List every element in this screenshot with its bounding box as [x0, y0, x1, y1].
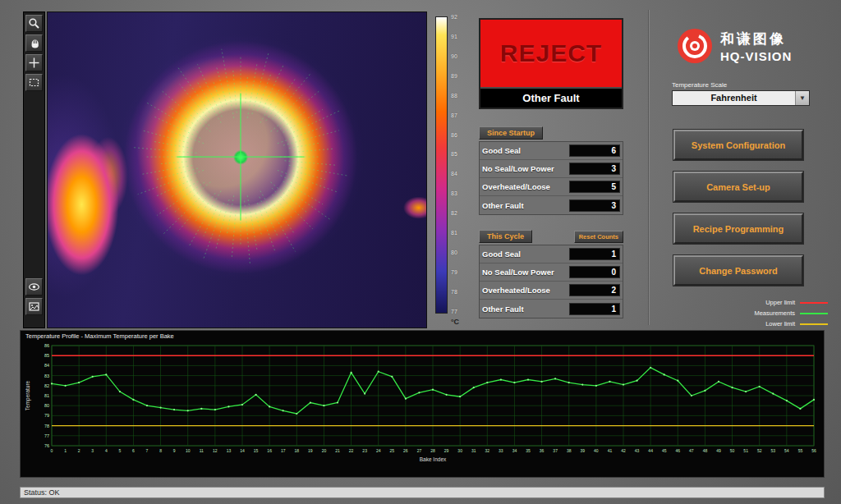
vertical-divider	[648, 10, 650, 325]
counter-value: 1	[569, 303, 620, 315]
crosshair-tool-button[interactable]	[25, 54, 43, 71]
brand-name-cn: 和谦图像	[720, 30, 792, 48]
result-fault-text: Other Fault	[480, 87, 622, 108]
since-startup-title: Since Startup	[479, 126, 543, 140]
svg-text:2: 2	[78, 448, 80, 453]
svg-text:39: 39	[581, 448, 586, 453]
svg-text:6: 6	[132, 448, 135, 453]
crosshair-icon	[28, 57, 40, 69]
svg-text:16: 16	[267, 448, 272, 453]
svg-text:30: 30	[457, 448, 462, 453]
tool-strip-spacer	[24, 94, 44, 276]
counter-value: 5	[569, 181, 620, 193]
svg-text:3: 3	[91, 448, 94, 453]
brand-name-en: HQ-VISION	[720, 49, 792, 63]
eye-icon	[28, 281, 40, 293]
counter-label: Good Seal	[482, 146, 521, 155]
temperature-scale-dropdown[interactable]: Fahrenheit ▼	[672, 90, 810, 106]
counter-value: 6	[569, 144, 620, 157]
counter-label: Other Fault	[482, 305, 524, 314]
this-cycle-panel: This Cycle Reset Counts Good Seal 1 No S…	[479, 228, 623, 318]
svg-text:76: 76	[44, 443, 49, 448]
svg-text:49: 49	[716, 448, 721, 453]
svg-text:17: 17	[281, 448, 286, 453]
legend-label: Lower limit	[765, 320, 795, 328]
svg-text:37: 37	[553, 448, 558, 453]
svg-text:20: 20	[322, 448, 327, 453]
svg-text:24: 24	[376, 448, 381, 453]
hand-icon	[28, 37, 40, 49]
counter-label: Overheated/Loose	[482, 182, 550, 191]
counter-row-other-fault: Other Fault 3	[480, 196, 623, 214]
counter-label: No Seal/Low Power	[482, 164, 554, 173]
svg-text:78: 78	[44, 424, 49, 428]
counter-row-good-seal: Good Seal 1	[480, 245, 623, 263]
svg-text:36: 36	[540, 448, 545, 453]
svg-text:8: 8	[159, 448, 162, 453]
svg-text:85: 85	[44, 353, 49, 358]
counter-value: 3	[569, 199, 620, 212]
svg-text:80: 80	[44, 403, 49, 408]
svg-text:83: 83	[44, 373, 49, 378]
svg-text:41: 41	[608, 448, 613, 453]
zoom-tool-button[interactable]	[25, 15, 43, 32]
inspection-result-banner: REJECT Other Fault	[479, 18, 623, 109]
counter-value: 2	[569, 284, 620, 296]
legend-item-lower-limit: Lower limit	[728, 318, 828, 329]
display-options-button[interactable]	[25, 278, 43, 296]
chart-title: Temperature Profile - Maximum Temperatur…	[25, 332, 174, 340]
svg-text:9: 9	[173, 448, 176, 453]
counter-row-good-seal: Good Seal 6	[480, 142, 623, 160]
svg-text:Bake Index: Bake Index	[420, 456, 447, 462]
svg-text:33: 33	[499, 448, 503, 453]
system-configuration-button[interactable]: System Configuration	[673, 130, 803, 160]
svg-text:84: 84	[44, 363, 49, 368]
svg-text:31: 31	[471, 448, 476, 453]
counter-label: Other Fault	[482, 201, 524, 210]
pan-tool-button[interactable]	[25, 34, 43, 52]
counter-label: Overheated/Loose	[482, 286, 550, 295]
svg-text:46: 46	[676, 448, 681, 453]
hq-vision-logo-icon	[677, 28, 713, 64]
snapshot-button[interactable]	[25, 298, 43, 315]
legend-label: Upper limit	[765, 299, 795, 306]
svg-text:81: 81	[44, 393, 49, 398]
counter-row-other-fault: Other Fault 1	[480, 300, 623, 318]
image-tool-strip	[23, 11, 45, 328]
svg-text:Temperature: Temperature	[25, 380, 31, 410]
counter-row-no-seal: No Seal/Low Power 0	[480, 263, 623, 282]
svg-text:40: 40	[594, 448, 599, 453]
temperature-profile-plot: 0123456789101112131415161718192021222324…	[22, 341, 822, 475]
svg-text:15: 15	[254, 448, 259, 453]
chart-legend: Upper limit Measurements Lower limit	[728, 297, 828, 329]
status-bar: Status: OK	[20, 487, 825, 498]
svg-text:52: 52	[757, 448, 762, 453]
counter-row-overheated: Overheated/Loose 5	[480, 178, 623, 196]
status-text: Status: OK	[24, 488, 60, 497]
legend-item-upper-limit: Upper limit	[728, 297, 828, 308]
since-startup-table: Good Seal 6 No Seal/Low Power 3 Overheat…	[479, 141, 623, 215]
svg-text:34: 34	[512, 448, 517, 453]
svg-text:54: 54	[784, 448, 789, 453]
chevron-down-icon[interactable]: ▼	[795, 91, 809, 105]
this-cycle-title: This Cycle	[479, 230, 532, 243]
thermal-image[interactable]	[47, 11, 427, 328]
reset-counts-button[interactable]: Reset Counts	[574, 231, 623, 243]
rectangle-select-icon	[28, 76, 40, 89]
svg-text:44: 44	[648, 448, 653, 453]
change-password-button[interactable]: Change Password	[673, 255, 803, 286]
colorbar-unit-label: °C	[451, 318, 459, 326]
measurement-overlay	[48, 12, 426, 328]
svg-text:14: 14	[240, 448, 245, 453]
svg-text:47: 47	[689, 448, 694, 453]
counter-value: 3	[569, 163, 620, 175]
svg-text:26: 26	[403, 448, 408, 453]
image-export-icon	[28, 300, 40, 313]
svg-text:4: 4	[105, 448, 108, 453]
svg-text:28: 28	[430, 448, 435, 453]
svg-text:25: 25	[390, 448, 395, 453]
recipe-programming-button[interactable]: Recipe Programming	[673, 213, 803, 244]
camera-setup-button[interactable]: Camera Set-up	[673, 172, 803, 202]
svg-text:1: 1	[64, 448, 67, 453]
roi-select-tool-button[interactable]	[25, 74, 43, 91]
